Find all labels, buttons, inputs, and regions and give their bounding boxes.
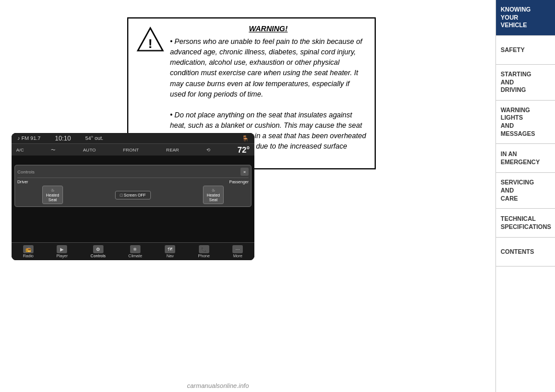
nav-nav[interactable]: 🗺 Nav [165, 245, 175, 258]
seat-icon-left: ♨ [51, 188, 54, 193]
heated-seat-driver-label2: Seat [49, 198, 57, 202]
screen-nav-bar: 📻 Radio ▶ Player ⚙ Controls ❄ Climate 🗺 [12, 242, 254, 260]
screen-fan-icon: 〜 [51, 147, 56, 153]
driver-passenger-row: Driver Passenger [17, 180, 249, 184]
screen-ac[interactable]: A/C [16, 147, 24, 153]
watermark: carmanualsonline.info [0, 382, 436, 389]
heated-seat-passenger-label: Heated [207, 193, 220, 197]
screen-rear: REAR [166, 147, 179, 153]
screen-time: 10:10 [55, 135, 71, 142]
screen-off-label: Screen OFF [124, 193, 146, 197]
nav-controls[interactable]: ⚙ Controls [91, 245, 106, 258]
nav-icon: 🗺 [165, 245, 175, 253]
screen-temp-out: 54° out. [86, 135, 103, 141]
svg-text:!: ! [148, 36, 152, 51]
screen-wrapper: ♪ FM 91.7 10:10 54° out. 🪑 A/C 〜 AUTO FR… [12, 133, 254, 260]
screen-icon: □ [120, 193, 123, 197]
close-button[interactable]: × [240, 168, 249, 176]
warning-title: WARNING! [170, 24, 367, 33]
screen-cabin-temp: 72° [238, 145, 250, 154]
nav-radio[interactable]: 📻 Radio [23, 245, 34, 258]
player-icon: ▶ [57, 245, 67, 253]
sidebar-item-safety[interactable]: SAFETY [496, 36, 555, 65]
nav-nav-label: Nav [166, 254, 173, 258]
heated-seat-driver-button[interactable]: ♨ Heated Seat [42, 186, 64, 204]
warning-bullet1: • Persons who are unable to feel pain to… [170, 38, 362, 98]
screen-vent-icon: ⟲ [206, 147, 210, 153]
sidebar-item-in-an-emergency[interactable]: IN AN EMERGENCY [496, 144, 555, 173]
driver-label: Driver [17, 180, 28, 184]
screen-front: FRONT [123, 147, 139, 153]
sidebar-item-starting-and-driving[interactable]: STARTING AND DRIVING [496, 65, 555, 101]
sidebar-item-warning-lights[interactable]: WARNING LIGHTS AND MESSAGES [496, 101, 555, 145]
passenger-label: Passenger [230, 180, 249, 184]
nav-phone-label: Phone [198, 254, 210, 258]
heated-seat-passenger-button[interactable]: ♨ Heated Seat [203, 186, 224, 204]
controls-icon: ⚙ [93, 245, 103, 253]
climate-icon: ❄ [130, 245, 140, 253]
controls-popup-header: Controls × [17, 168, 249, 178]
controls-popup: Controls × Driver Passenger ♨ Heated Sea… [14, 165, 251, 207]
car-screen-area: ♪ FM 91.7 10:10 54° out. 🪑 A/C 〜 AUTO FR… [12, 133, 254, 260]
sidebar-item-technical-specifications[interactable]: TECHNICAL SPECIFICATIONS [496, 209, 555, 238]
more-icon: ⋯ [232, 245, 243, 253]
nav-player-label: Player [56, 254, 68, 258]
nav-climate[interactable]: ❄ Climate [128, 245, 142, 258]
nav-more[interactable]: ⋯ More [232, 245, 243, 258]
sidebar-item-servicing-and-care[interactable]: SERVICING AND CARE [496, 173, 555, 209]
screen-controls-row: A/C 〜 AUTO FRONT REAR ⟲ 72° [12, 144, 254, 156]
screen-off-button[interactable]: □ Screen OFF [115, 191, 151, 199]
seat-controls-row: ♨ Heated Seat □ Screen OFF ♨ Heated Seat [17, 186, 249, 204]
sidebar-item-contents[interactable]: CONTENTS [496, 238, 555, 267]
controls-label: Controls [17, 169, 35, 175]
nav-phone[interactable]: 📞 Phone [198, 245, 210, 258]
warning-triangle-icon: ! [136, 25, 164, 53]
radio-icon: 📻 [23, 245, 34, 253]
heated-seat-driver-label: Heated [46, 193, 60, 197]
nav-more-label: More [233, 254, 242, 258]
sidebar-item-knowing-your-vehicle[interactable]: KNOWING YOUR VEHICLE [496, 0, 555, 36]
nav-radio-label: Radio [23, 254, 34, 258]
nav-controls-label: Controls [91, 254, 106, 258]
nav-climate-label: Climate [128, 254, 142, 258]
heated-seat-passenger-label2: Seat [209, 198, 217, 202]
screen-auto: AUTO [83, 147, 96, 153]
nav-player[interactable]: ▶ Player [56, 245, 68, 258]
screen-radio: ♪ FM 91.7 [17, 135, 40, 141]
screen-top-bar: ♪ FM 91.7 10:10 54° out. 🪑 [12, 133, 254, 144]
seat-icon-right: ♨ [212, 188, 215, 193]
main-content: ! WARNING! • Persons who are unable to f… [0, 0, 495, 392]
screen-seat-icon: 🪑 [242, 135, 249, 142]
screen-radio-info: ♪ FM 91.7 10:10 54° out. [17, 135, 103, 142]
sidebar: KNOWING YOUR VEHICLE SAFETY STARTING AND… [495, 0, 555, 392]
phone-icon: 📞 [199, 245, 209, 253]
